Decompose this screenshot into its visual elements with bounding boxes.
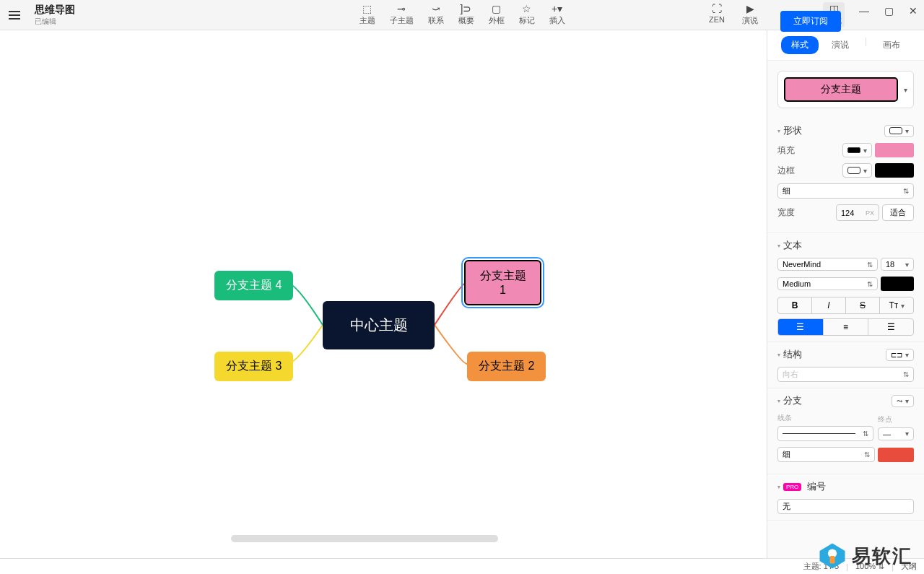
align-center-button[interactable]: ≡ [824, 319, 869, 335]
font-select[interactable]: NeverMind⇅ [777, 258, 878, 271]
width-input[interactable]: 124PX [836, 204, 879, 221]
endpoint-select[interactable]: —▾ [878, 427, 914, 440]
font-size-select[interactable]: 18▾ [881, 258, 914, 271]
insert-button[interactable]: +▾插入 [549, 4, 565, 26]
status-bar: 主题: 1 / 5 | 100% ⇅ | 大纲 [0, 558, 924, 574]
boundary-button[interactable]: ▢外框 [489, 4, 505, 26]
text-color[interactable] [881, 277, 914, 291]
italic-button[interactable]: I [812, 297, 846, 313]
strike-button[interactable]: S [846, 297, 880, 313]
border-color[interactable] [875, 163, 914, 178]
line-style-select[interactable]: ⇅ [777, 426, 873, 441]
fill-color[interactable] [875, 143, 914, 157]
subtopic-button[interactable]: ⊸子主题 [390, 4, 414, 26]
menu-button[interactable] [0, 11, 29, 19]
summary-button[interactable]: ]⊃概要 [458, 4, 474, 26]
topic-button[interactable]: ⬚主题 [359, 4, 375, 26]
fill-style-select[interactable]: ▾ [842, 143, 872, 157]
section-number: 编号 [807, 480, 826, 493]
format-sidebar: 样式 演说 | 画布 分支主题 ▾ ▾形状 ▾ 填充 ▾ 边框 [767, 30, 924, 558]
style-preview: 分支主题 ▾ [777, 71, 914, 108]
minimize-icon[interactable]: — [859, 6, 869, 16]
branch-topic-1[interactable]: 分支主题 1 [464, 260, 541, 305]
tab-pitch[interactable]: 演说 [821, 36, 859, 54]
app-subtitle: 已编辑 [35, 17, 75, 27]
close-icon[interactable]: ✕ [908, 6, 918, 16]
horizontal-scrollbar[interactable] [231, 535, 498, 542]
number-select[interactable]: 无 [777, 499, 914, 514]
border-style-select[interactable]: ▾ [842, 163, 872, 178]
app-title: 思维导图 [35, 4, 75, 17]
branch-style-select[interactable]: ⤳▾ [892, 395, 914, 407]
section-text: 文本 [783, 239, 802, 252]
maximize-icon[interactable]: ▢ [884, 6, 894, 16]
align-left-button[interactable]: ☰ [778, 319, 824, 335]
subscribe-button[interactable]: 立即订阅 [780, 11, 841, 32]
direction-select[interactable]: 向右⇅ [777, 367, 914, 382]
branch-topic-4[interactable]: 分支主题 4 [214, 271, 293, 300]
center-topic[interactable]: 中心主题 [323, 301, 435, 349]
bold-button[interactable]: B [778, 297, 812, 313]
shape-select[interactable]: ▾ [884, 125, 914, 137]
section-shape: 形状 [783, 124, 802, 137]
align-right-button[interactable]: ☰ [868, 319, 913, 335]
section-structure: 结构 [783, 348, 802, 361]
branch-color[interactable] [878, 448, 914, 462]
structure-select[interactable]: ⊏⊐▾ [886, 349, 914, 361]
marker-button[interactable]: ☆标记 [519, 4, 535, 26]
font-weight-select[interactable]: Medium⇅ [777, 277, 878, 290]
branch-topic-2[interactable]: 分支主题 2 [467, 352, 546, 381]
tab-style[interactable]: 样式 [781, 36, 819, 54]
svg-rect-2 [830, 556, 835, 564]
chevron-down-icon[interactable]: ▾ [904, 86, 907, 94]
relationship-button[interactable]: ⤻联系 [428, 4, 444, 26]
canvas[interactable]: 中心主题 分支主题 1 分支主题 2 分支主题 3 分支主题 4 [0, 30, 767, 558]
fit-button[interactable]: 适合 [882, 204, 914, 221]
zen-button[interactable]: ⛶ZEN [709, 4, 725, 26]
case-button[interactable]: Tт ▾ [880, 297, 913, 313]
pitch-button[interactable]: ▶演说 [742, 4, 758, 26]
section-branch: 分支 [783, 394, 802, 407]
branch-weight-select[interactable]: 细⇅ [777, 447, 875, 462]
branch-topic-3[interactable]: 分支主题 3 [214, 352, 293, 381]
tab-canvas[interactable]: 画布 [873, 36, 910, 54]
watermark: 易软汇 [817, 541, 912, 571]
border-weight-select[interactable]: 细⇅ [777, 183, 914, 199]
